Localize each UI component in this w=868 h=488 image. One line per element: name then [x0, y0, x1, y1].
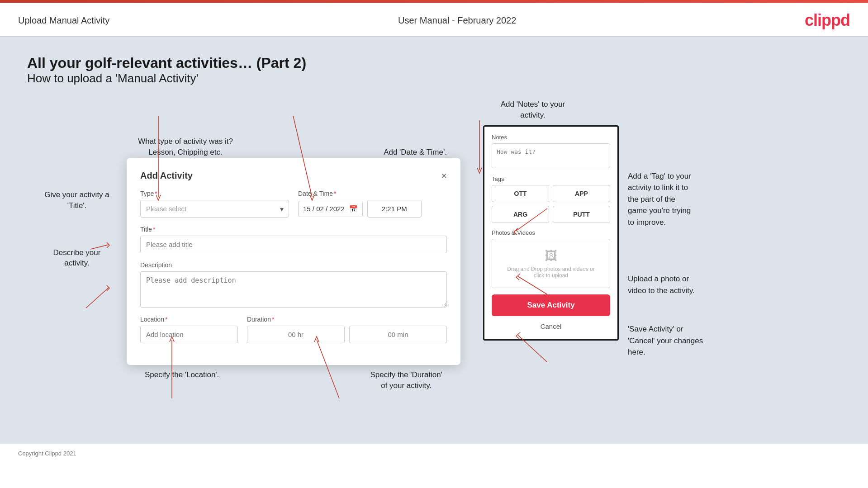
page-title-sub: How to upload a 'Manual Activity': [27, 71, 841, 85]
add-activity-modal: Add Activity × Type* Please select: [127, 158, 460, 365]
annot-tags: Add a 'Tag' to youractivity to link it t…: [628, 171, 703, 228]
duration-label-text: Duration*: [247, 316, 447, 323]
header-title-left: Upload Manual Activity: [18, 15, 109, 26]
location-input[interactable]: [140, 326, 238, 343]
location-duration-row: Location* Duration*: [140, 316, 447, 343]
modal-title: Add Activity: [140, 171, 193, 181]
copyright: Copyright Clippd 2021: [18, 450, 76, 457]
tag-putt[interactable]: PUTT: [553, 206, 610, 223]
title-group: Title*: [140, 226, 447, 253]
tag-arg[interactable]: ARG: [492, 206, 549, 223]
annot-title: Give your activity a'Title'.: [27, 190, 127, 211]
type-group: Type* Please select: [140, 190, 289, 218]
tags-section-label: Tags: [492, 175, 610, 182]
save-activity-button[interactable]: Save Activity: [492, 294, 610, 316]
duration-hr-input[interactable]: [247, 326, 345, 343]
date-value: 15 / 02 / 2022: [303, 205, 345, 213]
duration-inputs: [247, 326, 447, 343]
header: Upload Manual Activity User Manual - Feb…: [0, 3, 868, 37]
description-group: Description: [140, 261, 447, 308]
cancel-link[interactable]: Cancel: [492, 321, 610, 332]
location-label-text: Location*: [140, 316, 238, 323]
upload-text: Drag and Drop photos and videos or click…: [501, 266, 601, 279]
date-time-row: 15 / 02 / 2022 📅: [298, 200, 447, 218]
annot-upload: Upload a photo orvideo to the activity.: [628, 273, 703, 296]
duration-group: Duration*: [247, 316, 447, 343]
upload-area[interactable]: 🖼 Drag and Drop photos and videos or cli…: [492, 239, 610, 288]
phone-panel: Notes Tags OTT APP ARG PUTT: [483, 125, 619, 341]
header-title-center: User Manual - February 2022: [398, 15, 516, 26]
right-annotations-col: Add a 'Tag' to youractivity to link it t…: [628, 125, 703, 358]
tags-section: Tags OTT APP ARG PUTT: [492, 175, 610, 223]
type-select[interactable]: Please select: [140, 200, 289, 218]
date-input[interactable]: 15 / 02 / 2022 📅: [298, 201, 363, 217]
annot-notes: Add 'Notes' to youractivity.: [488, 99, 578, 121]
footer: Copyright Clippd 2021: [0, 444, 868, 463]
annot-save: 'Save Activity' or'Cancel' your changesh…: [628, 323, 703, 358]
type-label: Type*: [140, 190, 289, 197]
tag-app[interactable]: APP: [553, 185, 610, 202]
page-title-block: All your golf-relevant activities… (Part…: [27, 55, 841, 85]
annot-duration-bottom: Specify the 'Duration'of your activity.: [370, 370, 442, 391]
annot-location-bottom: Specify the 'Location'.: [145, 370, 219, 391]
bottom-annotations: Specify the 'Location'. Specify the 'Dur…: [127, 370, 460, 391]
main-content: All your golf-relevant activities… (Part…: [0, 37, 868, 444]
time-input[interactable]: [367, 200, 422, 218]
notes-section-label: Notes: [492, 134, 610, 141]
datetime-group: Date & Time* 15 / 02 / 2022 📅: [298, 190, 447, 218]
description-textarea[interactable]: [140, 271, 447, 308]
datetime-label: Date & Time*: [298, 190, 447, 197]
annot-datetime: Add 'Date & Time'.: [379, 147, 451, 158]
title-input[interactable]: [140, 236, 447, 253]
tags-grid: OTT APP ARG PUTT: [492, 185, 610, 223]
logo: clippd: [805, 11, 850, 30]
annot-type: What type of activity was it?Lesson, Chi…: [136, 136, 235, 158]
annot-description: Describe youractivity.: [27, 247, 127, 269]
description-label-text: Description: [140, 261, 447, 269]
tag-ott[interactable]: OTT: [492, 185, 549, 202]
type-datetime-row: Type* Please select Date & Time*: [140, 190, 447, 218]
notes-textarea[interactable]: [492, 143, 610, 168]
modal-header: Add Activity ×: [140, 171, 447, 181]
close-button[interactable]: ×: [441, 171, 447, 181]
duration-min-input[interactable]: [349, 326, 447, 343]
photos-section: Photos & Videos 🖼 Drag and Drop photos a…: [492, 229, 610, 288]
type-select-wrapper: Please select: [140, 200, 289, 218]
page-title-main: All your golf-relevant activities… (Part…: [27, 55, 841, 71]
calendar-icon: 📅: [349, 205, 358, 213]
title-label-text: Title*: [140, 226, 447, 233]
location-group: Location*: [140, 316, 238, 343]
upload-icon: 🖼: [501, 248, 601, 263]
photos-label: Photos & Videos: [492, 229, 610, 236]
